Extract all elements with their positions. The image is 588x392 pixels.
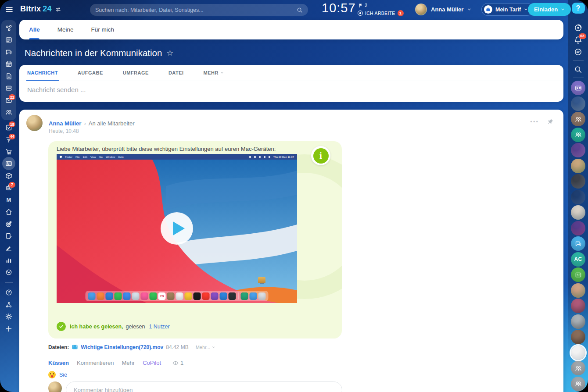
avatar-recent-chat-16[interactable]	[571, 330, 585, 344]
sidebar-item-e-signature[interactable]	[1, 242, 16, 254]
sidebar-item-drive[interactable]	[1, 82, 16, 95]
avatar-recent-chat-6[interactable]	[571, 174, 585, 189]
invite-button[interactable]: Einladen	[528, 3, 571, 16]
dock-app-icon	[229, 292, 236, 300]
dock-app-icon	[202, 292, 210, 300]
search-icon[interactable]	[297, 7, 303, 13]
search-bar[interactable]	[90, 4, 308, 16]
play-button[interactable]	[161, 212, 193, 245]
sidebar-item-documents[interactable]	[1, 70, 16, 82]
reaction-who-link[interactable]: Sie	[59, 372, 67, 378]
composer-tab-mehr[interactable]: MEHR	[204, 65, 224, 81]
sidebar-item-news-feed[interactable]	[1, 34, 16, 46]
avatar-recent-chat-12[interactable]	[571, 267, 585, 282]
sidebar-item-market[interactable]	[1, 146, 16, 158]
workspace-switch-icon[interactable]	[55, 6, 61, 13]
clock[interactable]: 10:57	[322, 1, 356, 15]
search-input[interactable]	[95, 7, 297, 13]
sidebar-item-pulse[interactable]	[1, 22, 16, 34]
sidebar-item-workgroups[interactable]	[1, 107, 16, 119]
copilot-button[interactable]: CoPilot	[143, 360, 161, 366]
sidebar-item-tasks[interactable]: 18	[1, 121, 16, 134]
composer-tab-nachricht[interactable]: NACHRICHT	[27, 65, 58, 81]
avatar-recent-chat-11[interactable]: AC	[571, 252, 585, 267]
panel-notifications[interactable]: 63	[571, 34, 586, 46]
avatar-recent-chat-5[interactable]	[571, 159, 585, 173]
pin-icon[interactable]	[547, 118, 554, 125]
avatar-recent-chat-9[interactable]	[571, 221, 585, 235]
sidebar-item-more[interactable]	[1, 323, 16, 335]
avatar-recent-chat-7[interactable]	[571, 190, 585, 204]
messenger-icon	[5, 49, 12, 56]
sidebar-item-structure[interactable]	[1, 299, 16, 311]
user-menu[interactable]: Anna Müller	[415, 4, 471, 15]
sidebar-item-contact-center[interactable]	[1, 158, 16, 170]
comment-button[interactable]: Kommentieren	[77, 360, 114, 366]
avatar-recent-chat-3[interactable]	[571, 128, 585, 142]
message-input[interactable]: Nachricht senden ...	[27, 86, 556, 93]
avatar-recent-chat-4[interactable]	[571, 143, 585, 157]
avatar-contact-center-chat[interactable]	[571, 81, 585, 95]
file-link[interactable]: Wichtige Einstellungen(720).mov	[81, 344, 163, 350]
avatar-recent-chat-1[interactable]	[571, 96, 585, 111]
composer-tab-datei[interactable]: DATEI	[169, 65, 184, 81]
sidebar-item-settings[interactable]	[1, 311, 16, 323]
check-icon[interactable]	[57, 322, 66, 331]
read-confirm-button[interactable]: Ich habe es gelesen,	[70, 324, 123, 330]
sidebar-item-calendar[interactable]	[1, 58, 16, 71]
file-more-menu[interactable]: Mehr...	[196, 345, 216, 350]
avatar-recent-chat-13[interactable]	[571, 283, 585, 298]
sidebar-item-support[interactable]	[1, 287, 16, 299]
people-icon	[575, 380, 582, 387]
panel-messenger-panel[interactable]	[571, 46, 586, 58]
video-player[interactable]: FinderFileEditViewGoWindowHelpThu 29 Dec…	[57, 154, 297, 303]
avatar-recent-chat-19[interactable]	[571, 377, 585, 391]
avatar-recent-chat-8[interactable]	[571, 205, 585, 220]
kissing-heart-emoji[interactable]	[48, 371, 56, 378]
flag-counter[interactable]: 2	[359, 3, 367, 8]
favorite-star-icon[interactable]: ☆	[166, 48, 173, 58]
post-author-link[interactable]: Anna Müller	[49, 120, 81, 127]
feed-tab-für-mich[interactable]: Für mich	[91, 20, 115, 39]
plan-button[interactable]: Mein Tarif	[481, 3, 533, 16]
crm-badge: 44	[9, 134, 15, 139]
sidebar-item-analytics[interactable]	[1, 254, 16, 267]
menu-icon[interactable]	[5, 6, 14, 14]
sidebar-item-okr[interactable]	[1, 218, 16, 230]
react-button[interactable]: Küssen	[48, 360, 69, 366]
avatar-recent-chat-14[interactable]	[571, 299, 585, 313]
post-menu-icon[interactable]: •••	[530, 118, 539, 125]
comment-input[interactable]	[66, 381, 342, 392]
avatar-recent-chat-15[interactable]	[571, 314, 585, 329]
messenger-panel-icon	[574, 48, 582, 56]
avatar-recent-chat-17[interactable]	[571, 346, 585, 360]
sidebar-item-messenger[interactable]	[1, 46, 16, 58]
panel-copilot[interactable]	[571, 22, 586, 34]
commenter-avatar	[48, 381, 62, 392]
post-author-avatar[interactable]	[26, 115, 43, 131]
sidebar-item-company[interactable]	[1, 206, 16, 218]
composer-tab-umfrage[interactable]: UMFRAGE	[123, 65, 149, 81]
chat-icon	[575, 240, 582, 247]
feed-tab-meine[interactable]: Meine	[57, 20, 74, 39]
sidebar-item-marketing[interactable]: M	[1, 194, 16, 206]
sidebar-item-time-management[interactable]	[1, 266, 16, 278]
sidebar-item-mail[interactable]: 22	[1, 94, 16, 107]
composer-tab-aufgabe[interactable]: AUFGABE	[78, 65, 103, 81]
sidebar-item-inventory[interactable]	[1, 170, 16, 182]
sidebar-item-crm[interactable]: 44	[1, 134, 16, 146]
sidebar-item-sign-documents[interactable]	[1, 230, 16, 242]
panel-search-panel[interactable]	[571, 64, 586, 76]
files-label: Dateien:	[48, 344, 69, 350]
work-status[interactable]: ICH ARBEITE1	[358, 10, 404, 16]
avatar-recent-chat-10[interactable]	[571, 236, 585, 251]
sidebar-item-automation[interactable]: 7	[1, 182, 16, 194]
logo[interactable]: Bitrix24	[20, 4, 52, 14]
read-count-link[interactable]: 1 Nutzer	[149, 324, 169, 330]
more-button[interactable]: Mehr	[122, 360, 135, 366]
avatar-recent-chat-18[interactable]	[571, 361, 585, 375]
avatar-recent-chat-2[interactable]	[571, 112, 585, 126]
post-audience-link[interactable]: An alle Mitarbeiter	[89, 120, 135, 127]
breadcrumb-separator: ›	[84, 120, 86, 127]
feed-tab-alle[interactable]: Alle	[29, 20, 40, 39]
